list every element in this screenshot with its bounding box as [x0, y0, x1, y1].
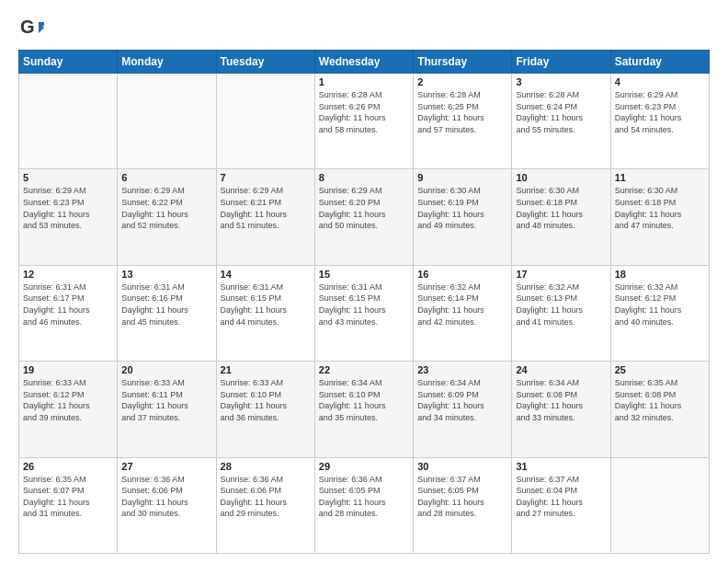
calendar-cell: 19Sunrise: 6:33 AM Sunset: 6:12 PM Dayli…	[19, 362, 118, 457]
calendar-cell: 12Sunrise: 6:31 AM Sunset: 6:17 PM Dayli…	[19, 265, 118, 361]
day-info: Sunrise: 6:31 AM Sunset: 6:15 PM Dayligh…	[319, 282, 409, 327]
day-number: 25	[615, 364, 705, 375]
day-info: Sunrise: 6:36 AM Sunset: 6:05 PM Dayligh…	[319, 474, 409, 520]
calendar-week-row: 5Sunrise: 6:29 AM Sunset: 6:23 PM Daylig…	[19, 169, 710, 265]
day-number: 18	[615, 269, 705, 280]
day-info: Sunrise: 6:35 AM Sunset: 6:07 PM Dayligh…	[23, 474, 113, 520]
day-number: 24	[516, 364, 606, 375]
day-info: Sunrise: 6:31 AM Sunset: 6:15 PM Dayligh…	[221, 282, 311, 327]
calendar-cell: 28Sunrise: 6:36 AM Sunset: 6:06 PM Dayli…	[216, 457, 314, 553]
calendar-cell: 25Sunrise: 6:35 AM Sunset: 6:08 PM Dayli…	[610, 362, 709, 457]
header: G	[18, 15, 710, 40]
weekday-header-tuesday: Tuesday	[216, 51, 314, 74]
calendar-week-row: 19Sunrise: 6:33 AM Sunset: 6:12 PM Dayli…	[19, 362, 710, 457]
calendar-cell: 7Sunrise: 6:29 AM Sunset: 6:21 PM Daylig…	[216, 169, 314, 265]
calendar-cell: 23Sunrise: 6:34 AM Sunset: 6:09 PM Dayli…	[414, 362, 512, 457]
day-number: 4	[615, 76, 705, 87]
calendar-cell: 20Sunrise: 6:33 AM Sunset: 6:11 PM Dayli…	[118, 362, 216, 457]
calendar-cell	[610, 457, 709, 553]
day-number: 8	[319, 172, 409, 183]
day-number: 20	[121, 364, 211, 375]
calendar-cell: 10Sunrise: 6:30 AM Sunset: 6:18 PM Dayli…	[512, 169, 610, 265]
day-number: 15	[319, 269, 409, 280]
day-info: Sunrise: 6:29 AM Sunset: 6:20 PM Dayligh…	[319, 185, 409, 231]
day-number: 16	[417, 269, 507, 280]
calendar-cell: 8Sunrise: 6:29 AM Sunset: 6:20 PM Daylig…	[314, 169, 413, 265]
calendar-cell: 11Sunrise: 6:30 AM Sunset: 6:18 PM Dayli…	[610, 169, 709, 265]
calendar-cell: 18Sunrise: 6:32 AM Sunset: 6:12 PM Dayli…	[610, 265, 709, 361]
day-number: 12	[23, 269, 113, 280]
day-info: Sunrise: 6:33 AM Sunset: 6:10 PM Dayligh…	[221, 377, 311, 423]
calendar-cell: 27Sunrise: 6:36 AM Sunset: 6:06 PM Dayli…	[118, 457, 216, 553]
day-number: 5	[23, 172, 113, 183]
weekday-header-saturday: Saturday	[610, 51, 709, 74]
calendar-cell: 2Sunrise: 6:28 AM Sunset: 6:25 PM Daylig…	[414, 74, 512, 169]
weekday-header-sunday: Sunday	[19, 51, 118, 74]
day-number: 17	[516, 269, 606, 280]
day-info: Sunrise: 6:28 AM Sunset: 6:25 PM Dayligh…	[417, 89, 507, 135]
svg-text:G: G	[20, 17, 35, 37]
day-number: 9	[417, 172, 507, 183]
day-number: 3	[516, 76, 606, 87]
weekday-header-friday: Friday	[512, 51, 610, 74]
page: G SundayMondayTuesdayWednesdayThursdayFr…	[0, 0, 728, 563]
svg-rect-3	[39, 22, 44, 26]
day-number: 10	[516, 172, 606, 183]
calendar-cell: 14Sunrise: 6:31 AM Sunset: 6:15 PM Dayli…	[216, 265, 314, 361]
calendar-cell	[19, 74, 118, 169]
calendar-cell: 17Sunrise: 6:32 AM Sunset: 6:13 PM Dayli…	[512, 265, 610, 361]
day-number: 31	[516, 461, 606, 472]
weekday-header-wednesday: Wednesday	[314, 51, 413, 74]
day-number: 29	[319, 461, 409, 472]
day-info: Sunrise: 6:29 AM Sunset: 6:22 PM Dayligh…	[121, 185, 211, 231]
calendar-cell: 1Sunrise: 6:28 AM Sunset: 6:26 PM Daylig…	[314, 74, 413, 169]
calendar-cell: 16Sunrise: 6:32 AM Sunset: 6:14 PM Dayli…	[414, 265, 512, 361]
calendar-cell: 5Sunrise: 6:29 AM Sunset: 6:23 PM Daylig…	[19, 169, 118, 265]
calendar-week-row: 26Sunrise: 6:35 AM Sunset: 6:07 PM Dayli…	[19, 457, 710, 553]
calendar-cell: 22Sunrise: 6:34 AM Sunset: 6:10 PM Dayli…	[314, 362, 413, 457]
day-info: Sunrise: 6:36 AM Sunset: 6:06 PM Dayligh…	[221, 474, 311, 520]
day-info: Sunrise: 6:28 AM Sunset: 6:26 PM Dayligh…	[319, 89, 409, 135]
calendar-cell: 26Sunrise: 6:35 AM Sunset: 6:07 PM Dayli…	[19, 457, 118, 553]
calendar-cell	[118, 74, 216, 169]
day-number: 14	[221, 269, 311, 280]
day-number: 27	[121, 461, 211, 472]
day-number: 23	[417, 364, 507, 375]
calendar-cell: 24Sunrise: 6:34 AM Sunset: 6:08 PM Dayli…	[512, 362, 610, 457]
calendar-week-row: 12Sunrise: 6:31 AM Sunset: 6:17 PM Dayli…	[19, 265, 710, 361]
day-info: Sunrise: 6:32 AM Sunset: 6:13 PM Dayligh…	[516, 282, 606, 327]
calendar-cell: 29Sunrise: 6:36 AM Sunset: 6:05 PM Dayli…	[314, 457, 413, 553]
day-number: 26	[23, 461, 113, 472]
day-info: Sunrise: 6:37 AM Sunset: 6:05 PM Dayligh…	[417, 474, 507, 520]
weekday-header-row: SundayMondayTuesdayWednesdayThursdayFrid…	[19, 51, 710, 74]
calendar-cell: 15Sunrise: 6:31 AM Sunset: 6:15 PM Dayli…	[314, 265, 413, 361]
day-number: 11	[615, 172, 705, 183]
day-info: Sunrise: 6:33 AM Sunset: 6:11 PM Dayligh…	[121, 377, 211, 423]
logo-icon: G	[18, 15, 44, 40]
logo: G	[18, 15, 46, 40]
day-info: Sunrise: 6:36 AM Sunset: 6:06 PM Dayligh…	[121, 474, 211, 520]
day-info: Sunrise: 6:34 AM Sunset: 6:10 PM Dayligh…	[319, 377, 409, 423]
day-info: Sunrise: 6:31 AM Sunset: 6:16 PM Dayligh…	[121, 282, 211, 327]
day-info: Sunrise: 6:28 AM Sunset: 6:24 PM Dayligh…	[516, 89, 606, 135]
day-info: Sunrise: 6:33 AM Sunset: 6:12 PM Dayligh…	[23, 377, 113, 423]
day-number: 21	[221, 364, 311, 375]
day-info: Sunrise: 6:32 AM Sunset: 6:14 PM Dayligh…	[417, 282, 507, 327]
day-info: Sunrise: 6:29 AM Sunset: 6:23 PM Dayligh…	[615, 89, 705, 135]
calendar-cell: 3Sunrise: 6:28 AM Sunset: 6:24 PM Daylig…	[512, 74, 610, 169]
day-info: Sunrise: 6:35 AM Sunset: 6:08 PM Dayligh…	[615, 377, 705, 423]
day-info: Sunrise: 6:34 AM Sunset: 6:09 PM Dayligh…	[417, 377, 507, 423]
day-info: Sunrise: 6:30 AM Sunset: 6:18 PM Dayligh…	[615, 185, 705, 231]
day-number: 6	[121, 172, 211, 183]
day-info: Sunrise: 6:31 AM Sunset: 6:17 PM Dayligh…	[23, 282, 113, 327]
calendar-week-row: 1Sunrise: 6:28 AM Sunset: 6:26 PM Daylig…	[19, 74, 710, 169]
day-number: 30	[417, 461, 507, 472]
day-info: Sunrise: 6:37 AM Sunset: 6:04 PM Dayligh…	[516, 474, 606, 520]
day-info: Sunrise: 6:34 AM Sunset: 6:08 PM Dayligh…	[516, 377, 606, 423]
calendar-cell: 9Sunrise: 6:30 AM Sunset: 6:19 PM Daylig…	[414, 169, 512, 265]
day-info: Sunrise: 6:29 AM Sunset: 6:21 PM Dayligh…	[221, 185, 311, 231]
calendar-cell: 13Sunrise: 6:31 AM Sunset: 6:16 PM Dayli…	[118, 265, 216, 361]
calendar-cell: 31Sunrise: 6:37 AM Sunset: 6:04 PM Dayli…	[512, 457, 610, 553]
day-number: 13	[121, 269, 211, 280]
calendar-cell: 30Sunrise: 6:37 AM Sunset: 6:05 PM Dayli…	[414, 457, 512, 553]
